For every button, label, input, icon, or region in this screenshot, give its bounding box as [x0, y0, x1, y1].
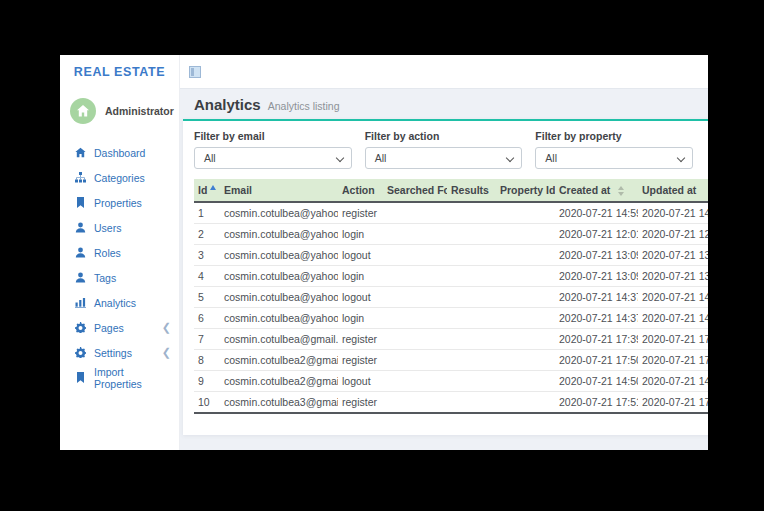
table-cell: [383, 350, 447, 371]
table-cell: 2020-07-21 17:51:52: [638, 392, 708, 414]
table-row: 1cosmin.cotulbea@yahoo.comregister2020-0…: [194, 202, 708, 224]
analytics-card: Filter by emailAllFilter by actionAllFil…: [183, 119, 708, 435]
table-cell: 5: [194, 287, 220, 308]
chevron-left-icon: ❮: [162, 322, 171, 333]
filter-select[interactable]: All: [535, 147, 693, 169]
sidebar-item-analytics[interactable]: Analytics: [60, 290, 179, 315]
column-header-property-id[interactable]: Property Id: [496, 179, 555, 202]
table-cell: 2020-07-21 17:50:23: [555, 350, 638, 371]
column-header-email[interactable]: Email: [220, 179, 338, 202]
table-cell: 2020-07-21 14:37:43: [555, 308, 638, 329]
sidebar-item-label: Settings: [94, 347, 132, 359]
table-cell: cosmin.cotulbea3@gmail.com: [220, 392, 338, 414]
table-cell: [383, 224, 447, 245]
table-cell: 2020-07-21 14:50:49: [555, 371, 638, 392]
table-cell: 2: [194, 224, 220, 245]
table-cell: login: [338, 266, 383, 287]
column-header-action[interactable]: Action: [338, 179, 383, 202]
table-header-row: IdEmailActionSearched ForResultsProperty…: [194, 179, 708, 202]
table-cell: [383, 287, 447, 308]
table-cell: cosmin.cotulbea@yahoo.com: [220, 287, 338, 308]
sidebar-item-label: Properties: [94, 197, 142, 209]
chevron-down-icon: [677, 154, 685, 162]
table-cell: logout: [338, 371, 383, 392]
filter-select-value: All: [204, 152, 216, 164]
table-cell: 2020-07-21 14:37:36: [638, 287, 708, 308]
sidebar-item-dashboard[interactable]: Dashboard: [60, 140, 179, 165]
column-header-searched-for[interactable]: Searched For: [383, 179, 447, 202]
filter-select[interactable]: All: [194, 147, 352, 169]
table-cell: [383, 202, 447, 224]
table-cell: [496, 308, 555, 329]
table-cell: [447, 371, 496, 392]
analytics-table: IdEmailActionSearched ForResultsProperty…: [194, 179, 708, 414]
chevron-down-icon: [335, 154, 343, 162]
sidebar-toggle-icon[interactable]: [189, 66, 201, 78]
filter-select[interactable]: All: [365, 147, 523, 169]
table-cell: [383, 371, 447, 392]
sidebar-item-properties[interactable]: Properties: [60, 190, 179, 215]
chevron-left-icon: ❮: [162, 347, 171, 358]
table-cell: [383, 308, 447, 329]
chart-bar-icon: [75, 297, 86, 308]
table-cell: [496, 392, 555, 414]
table-row: 10cosmin.cotulbea3@gmail.comregister2020…: [194, 392, 708, 414]
topbar: [180, 55, 708, 89]
table-cell: cosmin.cotulbea@gmail.com: [220, 329, 338, 350]
table-body: 1cosmin.cotulbea@yahoo.comregister2020-0…: [194, 202, 708, 413]
table-cell: [383, 266, 447, 287]
sitemap-icon: [75, 172, 86, 183]
table-cell: 2020-07-21 12:01:11: [555, 224, 638, 245]
table-cell: [496, 329, 555, 350]
bookmark-icon: [75, 197, 86, 208]
home-icon: [75, 147, 86, 158]
page-subtitle: Analytics listing: [268, 100, 340, 112]
sidebar-item-settings[interactable]: Settings❮: [60, 340, 179, 365]
table-cell: 2020-07-21 13:09:12: [555, 245, 638, 266]
filter-label: Filter by email: [194, 130, 352, 142]
table-cell: [496, 266, 555, 287]
filter-select-value: All: [375, 152, 387, 164]
table-cell: [447, 266, 496, 287]
filter-select-value: All: [545, 152, 557, 164]
column-header-results[interactable]: Results: [447, 179, 496, 202]
table-cell: 2020-07-21 13:09:29: [555, 266, 638, 287]
filter-filter-by-action: Filter by actionAll: [365, 130, 523, 169]
main-content: Analytics Analytics listing Filter by em…: [180, 89, 708, 450]
table-cell: login: [338, 224, 383, 245]
column-header-created-at[interactable]: Created at: [555, 179, 638, 202]
user-icon: [75, 272, 86, 283]
table-cell: 9: [194, 371, 220, 392]
page-header: Analytics Analytics listing: [180, 89, 708, 119]
table-cell: 2020-07-21 17:39:59: [555, 329, 638, 350]
table-cell: [447, 329, 496, 350]
table-cell: [447, 245, 496, 266]
sidebar-item-users[interactable]: Users: [60, 215, 179, 240]
table-cell: 2020-07-21 14:50:49: [638, 371, 708, 392]
table-cell: [496, 350, 555, 371]
table-cell: login: [338, 308, 383, 329]
table-cell: 2020-07-21 14:59:58: [555, 202, 638, 224]
table-cell: 2020-07-21 13:09:12: [638, 245, 708, 266]
table-row: 6cosmin.cotulbea@yahoo.comlogin2020-07-2…: [194, 308, 708, 329]
sidebar-item-label: Import Properties: [94, 366, 171, 390]
table-cell: 2020-07-21 17:51:52: [555, 392, 638, 414]
table-cell: [383, 392, 447, 414]
table-cell: register: [338, 350, 383, 371]
sidebar-item-pages[interactable]: Pages❮: [60, 315, 179, 340]
table-cell: cosmin.cotulbea@yahoo.com: [220, 224, 338, 245]
sidebar-item-import-properties[interactable]: Import Properties: [60, 365, 179, 390]
sidebar-item-tags[interactable]: Tags: [60, 265, 179, 290]
sidebar: REAL ESTATE Administrator DashboardCateg…: [60, 55, 180, 450]
table-cell: register: [338, 392, 383, 414]
sidebar-item-label: Pages: [94, 322, 124, 334]
column-header-updated-at[interactable]: Updated at: [638, 179, 708, 202]
sidebar-item-categories[interactable]: Categories: [60, 165, 179, 190]
sidebar-item-label: Analytics: [94, 297, 136, 309]
sidebar-item-roles[interactable]: Roles: [60, 240, 179, 265]
table-cell: [496, 245, 555, 266]
table-cell: [496, 287, 555, 308]
column-header-id[interactable]: Id: [194, 179, 220, 202]
table-cell: cosmin.cotulbea@yahoo.com: [220, 308, 338, 329]
brand-logo[interactable]: REAL ESTATE: [60, 55, 179, 89]
